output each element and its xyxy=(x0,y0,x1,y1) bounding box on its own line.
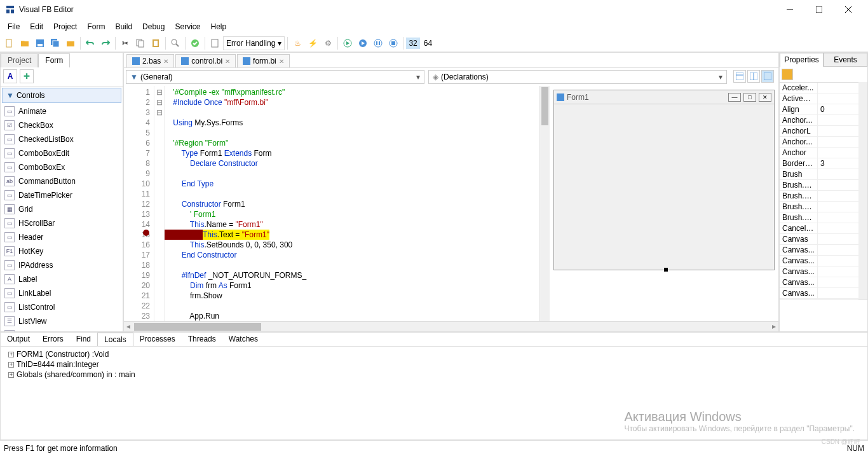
error-handling-dropdown[interactable]: Error Handling▾ xyxy=(223,36,285,50)
code-editor[interactable]: 123456789101112131415161718192021222324 … xyxy=(124,86,550,321)
expand-icon[interactable]: + xyxy=(8,372,14,378)
control-linklabel[interactable]: ▭LinkLabel xyxy=(1,286,123,300)
control-comboboxex[interactable]: ▭ComboBoxEx xyxy=(1,160,123,174)
layout-code-icon[interactable] xyxy=(733,70,746,83)
categorize-icon[interactable] xyxy=(782,69,793,80)
prop-row[interactable]: Canvas... xyxy=(780,256,858,266)
copy-icon[interactable] xyxy=(133,36,147,50)
bit-32-toggle[interactable]: 32 xyxy=(406,38,419,49)
controls-header[interactable]: ▼ Controls xyxy=(2,88,121,103)
undo-icon[interactable] xyxy=(83,36,97,50)
property-grid[interactable]: Acceler...ActiveC...Align0Anchor...Ancho… xyxy=(780,82,858,300)
prop-row[interactable]: Anchor... xyxy=(780,115,858,126)
prop-row[interactable]: Canvas... xyxy=(780,277,858,288)
run-icon[interactable] xyxy=(356,36,370,50)
close-tab-icon[interactable]: ✕ xyxy=(225,58,230,65)
check-icon[interactable] xyxy=(188,36,202,50)
close-button[interactable] xyxy=(834,0,863,19)
bit-64-toggle[interactable]: 64 xyxy=(421,38,435,49)
control-animate[interactable]: ▭Animate xyxy=(1,104,123,118)
component-icon[interactable]: ✚ xyxy=(20,69,34,83)
prop-row[interactable]: Canvas... xyxy=(780,266,858,277)
control-hotkey[interactable]: F1HotKey xyxy=(1,244,123,258)
redo-icon[interactable] xyxy=(98,36,112,50)
play-icon[interactable] xyxy=(341,36,355,50)
close-tab-icon[interactable]: ✕ xyxy=(279,58,284,65)
tab-locals[interactable]: Locals xyxy=(97,333,133,346)
menu-debug[interactable]: Debug xyxy=(137,20,170,33)
wand-icon[interactable]: ⚡ xyxy=(306,36,320,50)
prop-row[interactable]: ActiveC... xyxy=(780,93,858,104)
menu-file[interactable]: File xyxy=(3,20,25,33)
tab-find[interactable]: Find xyxy=(70,333,97,346)
folder-icon[interactable] xyxy=(64,36,78,50)
minimize-button[interactable] xyxy=(775,0,804,19)
prop-row[interactable]: Brush xyxy=(780,169,858,180)
expand-icon[interactable]: + xyxy=(8,352,14,357)
resize-handle[interactable] xyxy=(664,268,668,272)
tab-errors[interactable]: Errors xyxy=(36,333,70,346)
pause-icon[interactable] xyxy=(371,36,385,50)
prop-row[interactable]: Brush.S... xyxy=(780,212,858,223)
new-file-icon[interactable] xyxy=(3,36,17,50)
prop-row[interactable]: Canvas... xyxy=(780,288,858,299)
control-checkedlistbox[interactable]: ▭CheckedListBox xyxy=(1,132,123,146)
tab-properties[interactable]: Properties xyxy=(780,53,824,67)
flame-icon[interactable]: ♨ xyxy=(290,36,304,50)
prop-row[interactable]: Align0 xyxy=(780,104,858,115)
control-listcontrol[interactable]: ▭ListControl xyxy=(1,300,123,314)
maximize-button[interactable] xyxy=(804,0,834,19)
breakpoint-icon[interactable] xyxy=(143,230,149,236)
prop-row[interactable]: Anchor xyxy=(780,148,858,158)
properties-scrollbar[interactable] xyxy=(858,82,867,300)
gear-icon[interactable]: ⚙ xyxy=(321,36,335,50)
control-grid[interactable]: ▦Grid xyxy=(1,202,123,216)
tab-output[interactable]: Output xyxy=(1,333,36,346)
prop-row[interactable]: BorderS...3 xyxy=(780,158,858,169)
control-monthcalendar[interactable]: ▭MonthCalendar xyxy=(1,328,123,331)
file-tab-0[interactable]: 2.bas✕ xyxy=(126,54,174,67)
tab-project[interactable]: Project xyxy=(1,53,38,67)
control-label[interactable]: ALabel xyxy=(1,272,123,286)
prop-row[interactable]: Anchor... xyxy=(780,137,858,148)
control-listview[interactable]: ☰ListView xyxy=(1,314,123,328)
control-comboboxedit[interactable]: ▭ComboBoxEdit xyxy=(1,146,123,160)
document-icon[interactable] xyxy=(208,36,222,50)
close-tab-icon[interactable]: ✕ xyxy=(163,58,168,65)
layout-split-icon[interactable] xyxy=(747,70,760,83)
control-header[interactable]: ▭Header xyxy=(1,230,123,244)
form-maximize-icon[interactable]: □ xyxy=(743,93,756,102)
menu-build[interactable]: Build xyxy=(110,20,137,33)
horizontal-scrollbar[interactable]: ◂ ▸ xyxy=(124,321,778,331)
form-designer[interactable]: Form1 — □ ✕ xyxy=(550,86,778,321)
form-close-icon[interactable]: ✕ xyxy=(759,93,771,102)
menu-form[interactable]: Form xyxy=(82,20,110,33)
menu-project[interactable]: Project xyxy=(48,20,82,33)
prop-row[interactable]: Acceler... xyxy=(780,83,858,93)
file-tab-2[interactable]: form.bi✕ xyxy=(237,54,290,67)
control-datetimepicker[interactable]: ▭DateTimePicker xyxy=(1,188,123,202)
layout-design-icon[interactable] xyxy=(761,70,774,83)
form-minimize-icon[interactable]: — xyxy=(728,93,741,102)
prop-row[interactable]: Brush.H... xyxy=(780,191,858,202)
stop-icon[interactable] xyxy=(386,36,400,50)
expand-icon[interactable]: + xyxy=(8,362,14,368)
vertical-scrollbar[interactable] xyxy=(539,86,550,321)
prop-row[interactable]: AnchorL xyxy=(780,126,858,137)
tab-events[interactable]: Events xyxy=(824,53,867,67)
menu-service[interactable]: Service xyxy=(170,20,205,33)
text-tool-icon[interactable]: A xyxy=(3,69,17,83)
menu-help[interactable]: Help xyxy=(205,20,231,33)
prop-row[interactable]: Canvas xyxy=(780,234,858,245)
prop-row[interactable]: Canvas... xyxy=(780,245,858,256)
find-icon[interactable] xyxy=(168,36,182,50)
tab-watches[interactable]: Watches xyxy=(222,333,264,346)
control-ipaddress[interactable]: ▭IPAddress xyxy=(1,258,123,272)
prop-row[interactable]: Brush.C... xyxy=(780,180,858,191)
open-folder-icon[interactable] xyxy=(18,36,32,50)
file-tab-1[interactable]: control.bi✕ xyxy=(175,54,236,67)
cut-icon[interactable]: ✂ xyxy=(118,36,132,50)
tab-form[interactable]: Form xyxy=(38,53,70,67)
menu-edit[interactable]: Edit xyxy=(25,20,48,33)
control-checkbox[interactable]: ☑CheckBox xyxy=(1,118,123,132)
